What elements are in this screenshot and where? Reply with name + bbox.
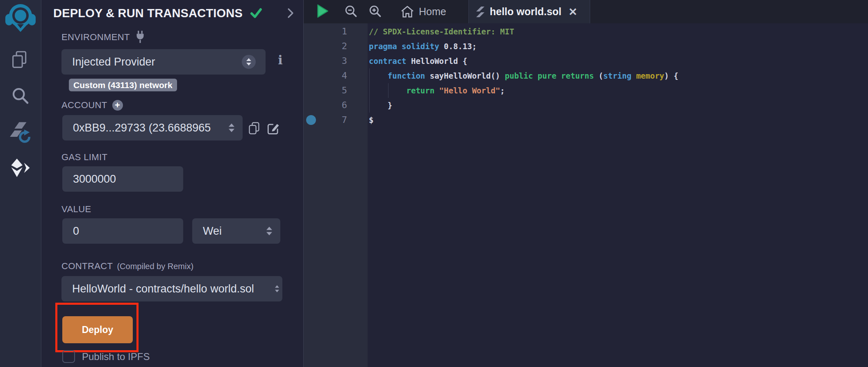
line-number[interactable]: 1 bbox=[304, 24, 347, 39]
remix-ide: DEPLOY & RUN TRANSACTIONS ENVIRONMENT In… bbox=[0, 0, 868, 367]
environment-value: Injected Provider bbox=[72, 56, 155, 68]
network-badge: Custom (43113) network bbox=[69, 79, 177, 91]
page-title: DEPLOY & RUN TRANSACTIONS bbox=[53, 7, 243, 20]
code-area[interactable]: // SPDX-License-Identifier: MITpragma so… bbox=[368, 23, 868, 367]
info-icon[interactable]: i bbox=[275, 53, 286, 67]
code-lines[interactable]: // SPDX-License-Identifier: MITpragma so… bbox=[368, 23, 868, 127]
contract-label-row: CONTRACT (Compiled by Remix) bbox=[61, 261, 193, 272]
code-line: return "Hello World"; bbox=[369, 83, 868, 98]
edit-icon bbox=[267, 122, 280, 135]
value-wrap bbox=[62, 218, 183, 244]
value-label: VALUE bbox=[61, 204, 91, 215]
run-script-button[interactable] bbox=[316, 4, 329, 20]
value-input[interactable] bbox=[62, 218, 183, 244]
remix-logo-icon bbox=[5, 3, 36, 32]
line-number[interactable]: 2 bbox=[304, 39, 347, 54]
sidebar-item-deploy-and-run[interactable] bbox=[0, 158, 41, 179]
close-tab-icon[interactable]: ✕ bbox=[568, 7, 577, 17]
remix-logo[interactable] bbox=[5, 3, 36, 32]
home-icon bbox=[401, 6, 414, 18]
tab-home[interactable]: Home bbox=[397, 0, 450, 23]
account-value: 0xBB9...29733 (23.6688965 bbox=[73, 122, 211, 134]
plug-icon bbox=[135, 30, 145, 44]
contract-value: HelloWorld - contracts/hello world.sol bbox=[72, 283, 254, 295]
editor-pane: Home hello world.sol ✕ 1234567 // SPDX-L… bbox=[303, 0, 868, 367]
indent-guide bbox=[388, 83, 389, 98]
line-number[interactable]: 4 bbox=[304, 68, 347, 83]
deploy-button[interactable]: Deploy bbox=[62, 316, 133, 343]
code-line: function sayHelloWorld() public pure ret… bbox=[369, 68, 868, 83]
zoom-out-icon bbox=[345, 5, 358, 18]
files-icon bbox=[11, 50, 30, 70]
tab-file-label: hello world.sol bbox=[490, 6, 561, 18]
environment-label: ENVIRONMENT bbox=[61, 32, 130, 43]
tab-hello-world-sol[interactable]: hello world.sol ✕ bbox=[468, 0, 590, 23]
search-icon bbox=[11, 86, 30, 106]
gas-limit-input[interactable] bbox=[62, 166, 183, 192]
value-unit: Wei bbox=[203, 225, 222, 238]
publish-ipfs-label[interactable]: Publish to IPFS bbox=[82, 351, 150, 362]
editor-tabbar: Home hello world.sol ✕ bbox=[304, 0, 868, 23]
line-number[interactable]: 5 bbox=[304, 83, 347, 98]
deploy-run-panel: DEPLOY & RUN TRANSACTIONS ENVIRONMENT In… bbox=[41, 0, 303, 367]
environment-label-row: ENVIRONMENT bbox=[61, 30, 145, 44]
code-line: $ bbox=[369, 113, 868, 127]
code-line: contract HelloWorld { bbox=[369, 54, 868, 68]
updown-icon bbox=[275, 285, 279, 292]
environment-select[interactable]: Injected Provider bbox=[61, 49, 266, 75]
play-icon bbox=[316, 4, 329, 18]
line-number[interactable]: 6 bbox=[304, 98, 347, 113]
sidebar-item-solidity-compiler[interactable] bbox=[0, 121, 41, 144]
gas-limit-label: GAS LIMIT bbox=[61, 152, 107, 163]
code-line: pragma solidity 0.8.13; bbox=[369, 39, 868, 54]
solidity-compiler-icon bbox=[9, 121, 32, 144]
sidebar-item-file-explorer[interactable] bbox=[0, 50, 41, 70]
chevron-right-icon[interactable] bbox=[287, 7, 294, 19]
copy-icon bbox=[248, 122, 260, 135]
line-numbers[interactable]: 1234567 bbox=[304, 23, 368, 127]
gas-limit-wrap bbox=[62, 166, 183, 192]
zoom-out-button[interactable] bbox=[345, 5, 358, 20]
editor-gutter[interactable]: 1234567 bbox=[304, 23, 368, 367]
activity-bar bbox=[0, 0, 41, 367]
copy-account-button[interactable] bbox=[248, 122, 260, 136]
updown-icon bbox=[229, 124, 234, 132]
edit-account-button[interactable] bbox=[267, 122, 280, 136]
add-account-icon[interactable]: + bbox=[112, 100, 123, 111]
contract-sublabel: (Compiled by Remix) bbox=[117, 262, 193, 271]
account-select[interactable]: 0xBB9...29733 (23.6688965 bbox=[62, 115, 243, 140]
value-unit-select[interactable]: Wei bbox=[192, 218, 280, 244]
sidebar-item-search[interactable] bbox=[0, 86, 41, 106]
contract-select[interactable]: HelloWorld - contracts/hello world.sol bbox=[61, 276, 282, 301]
breakpoint-dot[interactable] bbox=[306, 115, 316, 125]
code-line: // SPDX-License-Identifier: MIT bbox=[369, 24, 868, 39]
check-icon bbox=[249, 7, 263, 19]
line-number[interactable]: 3 bbox=[304, 54, 347, 68]
zoom-in-button[interactable] bbox=[369, 5, 382, 20]
account-label: ACCOUNT bbox=[61, 100, 107, 111]
contract-label: CONTRACT bbox=[61, 261, 113, 272]
solidity-file-icon bbox=[476, 7, 484, 17]
panel-header: DEPLOY & RUN TRANSACTIONS bbox=[53, 4, 294, 22]
deploy-run-icon bbox=[10, 158, 31, 179]
indent-guide bbox=[369, 68, 370, 113]
tab-home-label: Home bbox=[419, 6, 446, 18]
account-label-row: ACCOUNT + bbox=[61, 100, 123, 111]
zoom-in-icon bbox=[369, 5, 382, 18]
updown-icon bbox=[266, 227, 272, 236]
publish-ipfs-checkbox[interactable] bbox=[62, 350, 75, 363]
code-line: } bbox=[369, 98, 868, 113]
updown-circle-icon bbox=[242, 55, 256, 69]
